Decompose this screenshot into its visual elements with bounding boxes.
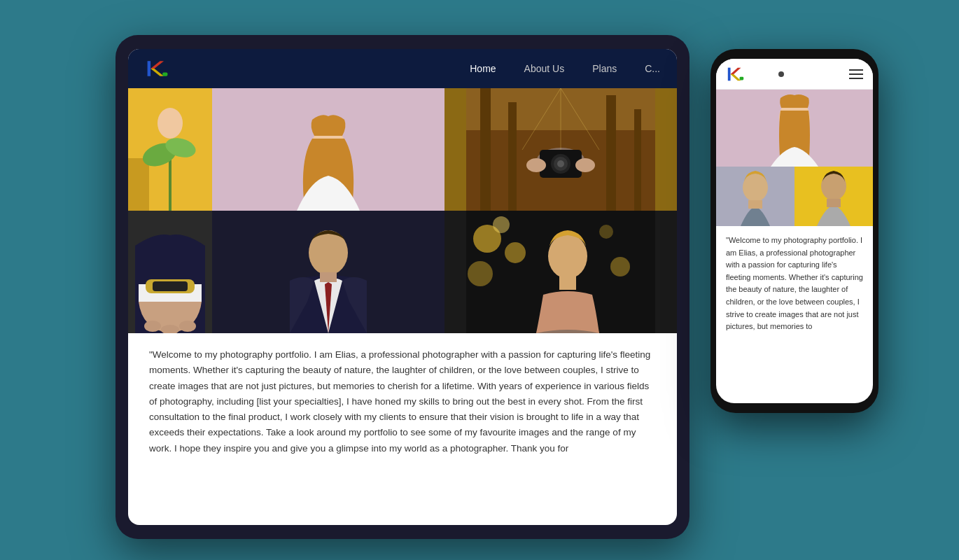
svg-point-43 xyxy=(468,261,493,286)
nav-link-about[interactable]: About Us xyxy=(524,63,565,74)
svg-rect-16 xyxy=(480,88,491,211)
svg-point-46 xyxy=(610,257,630,276)
tablet-screen: Home About Us Plans C... xyxy=(128,49,677,525)
svg-rect-5 xyxy=(128,158,149,211)
phone-photo-bottom-right xyxy=(794,167,873,226)
photo-cell-6 xyxy=(444,211,677,333)
photo-cell-3 xyxy=(444,88,677,211)
svg-point-24 xyxy=(557,160,564,167)
svg-point-26 xyxy=(575,158,595,172)
phone-camera-dot xyxy=(778,71,784,77)
svg-rect-57 xyxy=(748,200,762,209)
phone-bio-text: "Welcome to my photography portfolio. I … xyxy=(726,234,863,333)
phone-screen: "Welcome to my photography portfolio. I … xyxy=(716,59,873,403)
svg-marker-1 xyxy=(150,61,164,69)
svg-point-9 xyxy=(158,108,183,139)
svg-marker-51 xyxy=(731,74,741,80)
nav-link-plans[interactable]: Plans xyxy=(592,63,617,74)
svg-rect-52 xyxy=(740,76,744,80)
svg-rect-39 xyxy=(320,272,337,282)
svg-rect-49 xyxy=(728,67,731,80)
tablet-photo-grid xyxy=(128,88,677,333)
phone-bio-area: "Welcome to my photography portfolio. I … xyxy=(716,226,873,403)
svg-point-44 xyxy=(493,216,510,233)
svg-point-42 xyxy=(505,242,526,263)
svg-point-25 xyxy=(526,158,546,172)
photo-cell-4 xyxy=(128,211,212,333)
photo-cell-5 xyxy=(212,211,444,333)
svg-point-34 xyxy=(144,321,161,332)
svg-rect-18 xyxy=(606,95,616,211)
svg-rect-17 xyxy=(508,102,517,211)
svg-rect-48 xyxy=(559,276,576,290)
phone-photo-bottom-left xyxy=(716,167,794,226)
svg-rect-0 xyxy=(148,61,151,76)
phone-logo[interactable] xyxy=(726,64,746,84)
tablet-bio-text: "Welcome to my photography portfolio. I … xyxy=(149,347,656,456)
scene: Home About Us Plans C... xyxy=(59,14,899,546)
tablet-logo[interactable] xyxy=(145,56,170,81)
hamburger-menu[interactable] xyxy=(849,69,863,79)
phone-photo-grid xyxy=(716,90,873,226)
phone-nav xyxy=(716,59,873,90)
tablet-bio-area: "Welcome to my photography portfolio. I … xyxy=(128,333,677,525)
svg-point-56 xyxy=(743,174,768,202)
svg-rect-33 xyxy=(153,281,188,291)
photo-cell-2 xyxy=(212,88,444,211)
svg-point-36 xyxy=(179,321,196,332)
svg-marker-50 xyxy=(731,67,741,74)
svg-rect-19 xyxy=(634,109,641,211)
phone-photo-row xyxy=(716,167,873,226)
tablet-nav-links: Home About Us Plans C... xyxy=(470,63,660,74)
phone-photo-top xyxy=(716,90,873,167)
svg-rect-60 xyxy=(827,199,841,207)
svg-point-45 xyxy=(599,225,613,239)
tablet-device: Home About Us Plans C... xyxy=(115,35,690,539)
tablet-nav: Home About Us Plans C... xyxy=(128,49,677,88)
phone-device: "Welcome to my photography portfolio. I … xyxy=(710,49,878,413)
nav-link-more[interactable]: C... xyxy=(645,63,660,74)
svg-point-47 xyxy=(548,234,587,279)
svg-marker-2 xyxy=(150,69,164,76)
nav-link-home[interactable]: Home xyxy=(470,63,496,74)
svg-rect-3 xyxy=(162,72,167,76)
photo-cell-1 xyxy=(128,88,212,211)
